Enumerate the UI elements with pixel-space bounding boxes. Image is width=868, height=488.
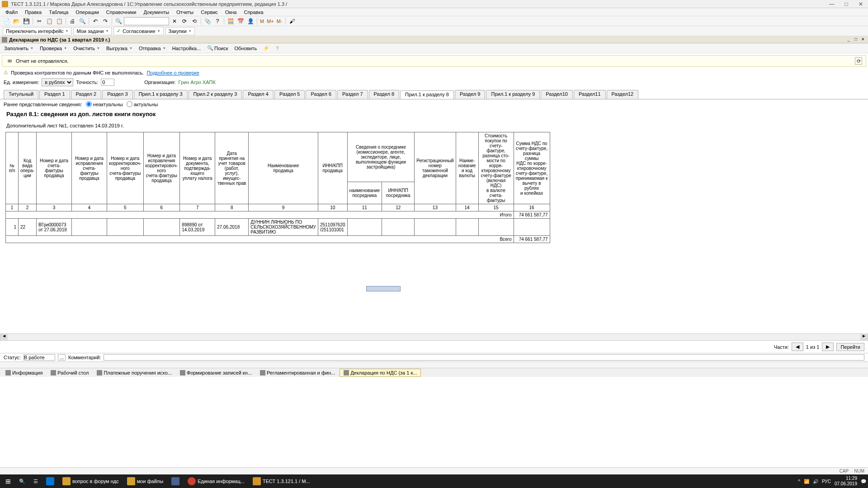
calc-icon[interactable]: 🧮 [226, 17, 235, 25]
preview-icon[interactable]: 🔍 [78, 17, 87, 25]
menu-catalogs[interactable]: Справочники [103, 9, 140, 15]
tab-section[interactable]: Прил.1 к разделу 3 [134, 90, 188, 99]
refresh-button[interactable]: Обновить [231, 44, 260, 52]
fill-button[interactable]: Заполнить [1, 44, 37, 52]
m-plus-button[interactable]: M+ [266, 19, 275, 24]
question-icon[interactable]: ? [273, 44, 282, 52]
next-part-button[interactable]: ▶ [822, 343, 834, 351]
data-row[interactable]: 1 22 ВГри0000073 от 27.06.2018 898890 от… [6, 219, 550, 236]
taskbar-item[interactable]: мои файлы [123, 475, 167, 488]
approval-dropdown[interactable]: ✓Согласование [113, 27, 163, 35]
scroll-left-button[interactable]: ◀ [0, 334, 8, 340]
tab-section[interactable]: Раздел 1 [39, 90, 70, 99]
tab-section[interactable]: Раздел 3 [102, 90, 133, 99]
refresh-icon[interactable]: ⟳ [180, 17, 189, 25]
tab-section[interactable]: Раздел 4 [243, 90, 274, 99]
window-tab[interactable]: Рабочий стол [47, 369, 92, 376]
cut-icon[interactable]: ✂ [35, 17, 44, 25]
start-button[interactable]: ⊞ [2, 475, 14, 488]
precision-input[interactable] [101, 79, 114, 86]
search-button[interactable]: 🔍Поиск [204, 44, 231, 52]
check-button[interactable]: Проверка [37, 44, 70, 52]
status-value[interactable] [24, 354, 55, 361]
prev-part-button[interactable]: ◀ [792, 343, 803, 351]
help-icon[interactable]: ? [213, 17, 222, 25]
window-tab[interactable]: Платежные поручения исхо... [93, 369, 175, 376]
window-tab[interactable]: Декларация по НДС (за 1 к... [340, 369, 421, 377]
search-icon[interactable]: 🔍 [114, 17, 123, 25]
user-icon[interactable]: 👤 [246, 17, 255, 25]
radio-actual[interactable]: актуальны [127, 101, 158, 107]
go-button[interactable]: Перейти [836, 343, 864, 351]
maximize-button[interactable]: □ [841, 1, 852, 7]
doc-close-button[interactable]: ✕ [860, 37, 866, 42]
link-icon[interactable]: 📎 [203, 17, 212, 25]
tab-section[interactable]: Раздел 7 [337, 90, 368, 99]
tab-section[interactable]: Раздел 5 [274, 90, 305, 99]
tray-network-icon[interactable]: 📶 [804, 479, 809, 484]
tab-section[interactable]: Прил.2 к разделу 3 [189, 90, 242, 99]
menu-table[interactable]: Таблица [45, 9, 72, 15]
menu-operations[interactable]: Операции [72, 9, 102, 15]
tab-section[interactable]: Раздел 6 [306, 90, 336, 99]
status-more-button[interactable]: ... [58, 354, 66, 361]
my-tasks-dropdown[interactable]: Мои задачи [73, 27, 112, 35]
clear-search-icon[interactable]: ✕ [170, 17, 179, 25]
taskbar-item[interactable]: вопрос в форум ндс [59, 475, 123, 488]
new-icon[interactable]: 📄 [2, 17, 11, 25]
close-button[interactable]: ✕ [855, 1, 866, 7]
taskbar-item[interactable] [168, 475, 183, 488]
save-icon[interactable]: 💾 [22, 17, 31, 25]
tab-section[interactable]: Раздел 9 [455, 90, 486, 99]
paste-icon[interactable]: 📋 [55, 17, 64, 25]
search-field[interactable] [124, 17, 169, 25]
upload-button[interactable]: Выгрузка [103, 44, 136, 52]
menu-windows[interactable]: Окна [222, 9, 241, 15]
tray-chevron-icon[interactable]: ^ [798, 479, 800, 484]
copy-icon[interactable]: 📋 [45, 17, 54, 25]
print-icon[interactable]: 🖨 [68, 17, 77, 25]
tab-section[interactable]: Раздел10 [541, 90, 573, 99]
refresh-status-button[interactable]: ⟳ [855, 57, 862, 65]
m-button[interactable]: M [259, 19, 265, 24]
search-taskbar-icon[interactable]: 🔍 [15, 475, 29, 488]
redo-icon[interactable]: ↷ [101, 17, 110, 25]
tab-section[interactable]: Прил.1 к разделу 9 [486, 90, 540, 99]
tab-section[interactable]: Титульный [4, 90, 38, 99]
menu-service[interactable]: Сервис [197, 9, 222, 15]
nav-icon[interactable]: ⟲ [190, 17, 199, 25]
tray-sound-icon[interactable]: 🔊 [813, 479, 818, 484]
m-minus-button[interactable]: M- [276, 19, 283, 24]
calendar-icon[interactable]: 📅 [236, 17, 245, 25]
check-details-link[interactable]: Подробнее о проверке [146, 70, 199, 75]
window-tab[interactable]: Регламентированная и фин... [256, 369, 339, 376]
clear-button[interactable]: Очистить [70, 44, 103, 52]
undo-icon[interactable]: ↶ [91, 17, 100, 25]
radio-not-actual[interactable]: неактуальны [86, 101, 123, 107]
taskbar-clock[interactable]: 11:29 07.06.2019 [835, 476, 857, 487]
scroll-right-button[interactable]: ▶ [860, 334, 868, 340]
purchases-dropdown[interactable]: Закупки [165, 27, 195, 35]
tray-notifications-icon[interactable]: 💬 [861, 479, 866, 484]
open-icon[interactable]: 📂 [12, 17, 21, 25]
taskview-icon[interactable]: ☰ [30, 475, 42, 488]
menu-help[interactable]: Справка [240, 9, 267, 15]
menu-edit[interactable]: Правка [21, 9, 45, 15]
tray-language[interactable]: РУС [822, 479, 831, 484]
tab-section[interactable]: Прил.1 к разделу 8 [400, 90, 454, 99]
unit-select[interactable]: в рублях [42, 78, 73, 86]
tab-section[interactable]: Раздел11 [574, 90, 606, 99]
comment-field[interactable] [104, 354, 864, 361]
brush-icon[interactable]: 🖌 [288, 17, 297, 25]
switch-interface-dropdown[interactable]: Переключить интерфейс [3, 27, 71, 35]
horizontal-scrollbar[interactable]: ◀ ▶ [0, 333, 868, 341]
window-tab[interactable]: Информация [2, 369, 46, 376]
send-button[interactable]: Отправка [136, 44, 169, 52]
doc-minimize-button[interactable]: _ [845, 37, 852, 42]
tab-section[interactable]: Раздел12 [607, 90, 639, 99]
taskbar-item[interactable]: ТЕСТ 1.3.121.1 / М... [249, 475, 314, 488]
doc-maximize-button[interactable]: □ [853, 37, 859, 42]
edge-icon[interactable] [42, 475, 58, 488]
tab-section[interactable]: Раздел 8 [369, 90, 400, 99]
tab-section[interactable]: Раздел 2 [71, 90, 102, 99]
